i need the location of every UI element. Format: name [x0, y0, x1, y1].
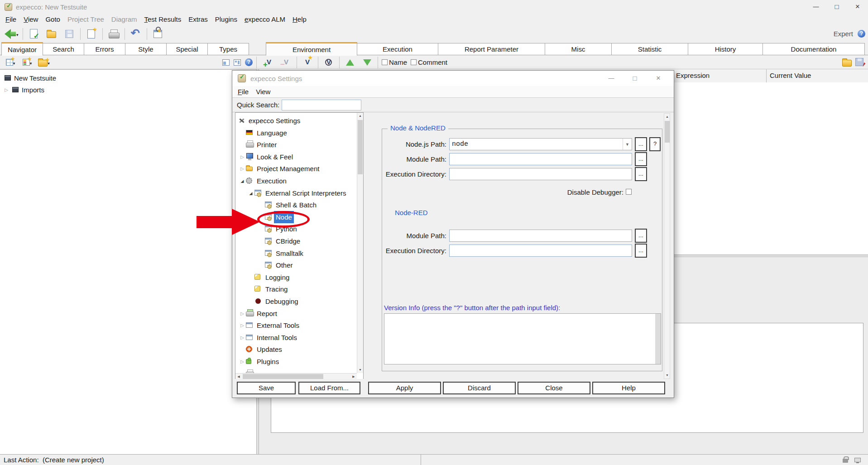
navigator-help-icon[interactable]	[245, 58, 253, 66]
module-path-input[interactable]	[449, 153, 632, 165]
expander-expanded-icon[interactable]	[239, 175, 245, 187]
save-button[interactable]	[62, 27, 76, 41]
menu-extras[interactable]: Extras	[185, 14, 211, 25]
comment-checkbox[interactable]	[411, 59, 417, 65]
expander-collapsed-icon[interactable]: ▷	[4, 87, 9, 92]
save-environment-icon[interactable]	[855, 58, 863, 66]
move-down-button[interactable]	[360, 56, 374, 69]
undo-button[interactable]	[129, 27, 143, 41]
tab-types[interactable]: Types	[207, 43, 249, 55]
scrollbar-thumb[interactable]	[243, 374, 323, 379]
remove-variable-button[interactable]	[279, 56, 293, 69]
settings-tree-item-external-tools[interactable]: External Tools	[235, 319, 357, 331]
settings-tree-item-external-script-interpreters[interactable]: External Script Interpreters	[235, 187, 357, 199]
menu-goto[interactable]: Goto	[42, 14, 64, 25]
settings-tree-item-execution[interactable]: Execution	[235, 175, 357, 187]
apply-button[interactable]: Apply	[368, 382, 441, 394]
move-up-button[interactable]	[343, 56, 357, 69]
new-item-button[interactable]	[20, 56, 34, 69]
settings-tree-item-plugins[interactable]: Plugins	[235, 355, 357, 368]
print-button[interactable]	[107, 27, 120, 41]
window-layout-icon[interactable]	[222, 59, 230, 66]
tree-vertical-scrollbar[interactable]	[357, 113, 363, 373]
settings-tree-item-debugging[interactable]: Debugging	[235, 295, 357, 307]
new-special-variable-button[interactable]	[301, 56, 314, 69]
browse-classes-button[interactable]	[151, 27, 165, 41]
scrollbar-thumb[interactable]	[665, 121, 670, 143]
quick-search-input[interactable]	[282, 100, 361, 110]
expander-collapsed-icon[interactable]	[239, 307, 245, 320]
load-environment-icon[interactable]	[842, 60, 852, 67]
dialog-titlebar[interactable]: expecco Settings	[232, 71, 674, 86]
expander-collapsed-icon[interactable]	[239, 331, 245, 344]
nodered-execution-directory-input[interactable]	[449, 244, 632, 257]
disable-debugger-checkbox[interactable]	[626, 189, 632, 195]
tab-search[interactable]: Search	[43, 43, 84, 55]
menu-test-results[interactable]: Test Results	[141, 14, 185, 25]
project-tree-item-imports[interactable]: ▷ Imports	[4, 84, 44, 96]
expander-collapsed-icon[interactable]	[239, 355, 245, 368]
maximize-button[interactable]	[826, 0, 847, 14]
settings-tree-item-internal-tools[interactable]: Internal Tools	[235, 331, 357, 344]
menu-file[interactable]: File	[2, 14, 20, 25]
settings-tree-item-cbridge[interactable]: CBridge	[235, 235, 357, 247]
settings-tree-item-expecco-settings[interactable]: expecco Settings	[235, 115, 357, 127]
tab-documentation[interactable]: Documentation	[762, 43, 865, 55]
dialog-minimize-button[interactable]	[599, 71, 623, 86]
dialog-menu-file[interactable]: File	[234, 86, 252, 97]
tab-style[interactable]: Style	[125, 43, 167, 55]
column-header-current-value[interactable]: Current Value	[767, 69, 868, 82]
menu-expecco-alm[interactable]: expecco ALM	[241, 14, 289, 25]
name-checkbox[interactable]	[382, 59, 388, 65]
close-button[interactable]	[847, 0, 868, 14]
settings-tree-item-tracing[interactable]: Tracing	[235, 283, 357, 295]
menu-view[interactable]: View	[20, 14, 42, 25]
tab-misc[interactable]: Misc	[545, 43, 612, 55]
settings-tree-item-printer[interactable]: Printer	[235, 139, 357, 151]
nodejs-path-browse-button[interactable]: ...	[635, 137, 647, 151]
menu-help[interactable]: Help	[289, 14, 310, 25]
settings-tree-item-smalltalk[interactable]: Smalltalk	[235, 247, 357, 259]
expander-collapsed-icon[interactable]	[239, 163, 245, 175]
content-vertical-scrollbar[interactable]	[664, 113, 670, 379]
nodered-module-path-browse-button[interactable]: ...	[635, 229, 647, 243]
close-button[interactable]: Close	[518, 382, 590, 394]
tab-history[interactable]: History	[688, 43, 763, 55]
version-info-textarea[interactable]	[384, 313, 661, 364]
tree-layout-icon[interactable]	[234, 59, 241, 66]
minimize-button[interactable]	[806, 0, 826, 14]
scrollbar-thumb[interactable]	[358, 120, 363, 174]
settings-tree-item-project-management[interactable]: Project Management	[235, 163, 357, 175]
add-variable-button[interactable]	[262, 56, 276, 69]
scroll-down-icon[interactable]	[664, 372, 670, 379]
tab-execution[interactable]: Execution	[357, 43, 438, 55]
expander-expanded-icon[interactable]	[248, 187, 254, 199]
new-testplan-button[interactable]	[4, 56, 17, 69]
back-button[interactable]	[5, 27, 19, 41]
expander-collapsed-icon[interactable]	[239, 151, 245, 163]
execution-directory-browse-button[interactable]: ...	[635, 167, 647, 181]
settings-tree-item-logging[interactable]: Logging	[235, 271, 357, 283]
settings-tree-item-other[interactable]: Other	[235, 259, 357, 271]
tab-report-parameter[interactable]: Report Parameter	[438, 43, 545, 55]
tab-environment[interactable]: Environment	[266, 42, 357, 56]
project-tree-item-new-testsuite[interactable]: New Testsuite	[5, 72, 56, 84]
save-button[interactable]: Save	[237, 382, 296, 394]
dialog-maximize-button[interactable]	[623, 71, 647, 86]
menu-project-tree[interactable]: Project Tree	[64, 14, 108, 25]
combo-dropdown-icon[interactable]: ▼	[623, 139, 632, 150]
execution-directory-input[interactable]	[449, 168, 632, 180]
nodered-module-path-input[interactable]	[449, 230, 632, 242]
dialog-menu-view[interactable]: View	[252, 86, 274, 97]
settings-tree-item-report[interactable]: Report	[235, 307, 357, 320]
menu-diagram[interactable]: Diagram	[108, 14, 141, 25]
new-folder-button[interactable]	[37, 56, 51, 69]
settings-tree-item-updates[interactable]: Updates	[235, 343, 357, 355]
settings-tree-item-look-feel[interactable]: Look & Feel	[235, 151, 357, 163]
settings-tree-item-language[interactable]: Language	[235, 127, 357, 139]
menu-plugins[interactable]: Plugins	[211, 14, 241, 25]
find-variable-button[interactable]	[322, 56, 336, 69]
nodejs-path-input[interactable]: node ▼	[449, 138, 632, 150]
scroll-up-icon[interactable]	[664, 114, 670, 120]
tab-navigator[interactable]: Navigator	[1, 42, 43, 56]
